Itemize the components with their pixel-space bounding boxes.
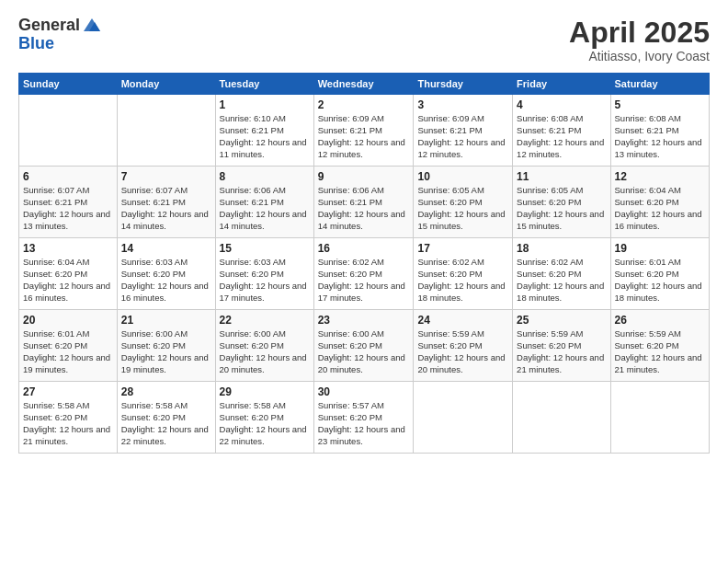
col-header-friday: Friday [513,74,610,95]
day-info: Sunrise: 6:04 AMSunset: 6:20 PMDaylight:… [615,185,705,232]
title-block: April 2025 Atitiasso, Ivory Coast [569,17,710,63]
day-number: 8 [220,170,310,183]
day-info: Sunrise: 6:09 AMSunset: 6:21 PMDaylight:… [417,113,508,160]
week-row-3: 20Sunrise: 6:01 AMSunset: 6:20 PMDayligh… [19,310,710,382]
day-cell [513,382,610,454]
week-row-1: 6Sunrise: 6:07 AMSunset: 6:21 PMDaylight… [19,167,710,238]
day-info: Sunrise: 6:02 AMSunset: 6:20 PMDaylight:… [318,257,410,304]
day-cell: 2Sunrise: 6:09 AMSunset: 6:21 PMDaylight… [313,95,414,167]
day-cell: 6Sunrise: 6:07 AMSunset: 6:21 PMDaylight… [19,167,118,238]
day-number: 12 [615,170,705,183]
day-cell: 15Sunrise: 6:03 AMSunset: 6:20 PMDayligh… [215,238,313,310]
day-number: 21 [121,314,211,327]
day-number: 24 [417,314,508,327]
day-cell: 24Sunrise: 5:59 AMSunset: 6:20 PMDayligh… [414,310,513,382]
day-cell: 11Sunrise: 6:05 AMSunset: 6:20 PMDayligh… [513,167,610,238]
day-number: 14 [121,242,211,255]
day-number: 19 [615,242,705,255]
subtitle: Atitiasso, Ivory Coast [569,49,710,63]
day-cell [414,382,513,454]
day-cell: 12Sunrise: 6:04 AMSunset: 6:20 PMDayligh… [610,167,709,238]
day-info: Sunrise: 6:00 AMSunset: 6:20 PMDaylight:… [318,328,410,375]
col-header-tuesday: Tuesday [215,74,313,95]
page: General Blue April 2025 Atitiasso, Ivory… [0,0,728,563]
day-cell: 1Sunrise: 6:10 AMSunset: 6:21 PMDaylight… [215,95,313,167]
day-cell: 16Sunrise: 6:02 AMSunset: 6:20 PMDayligh… [313,238,414,310]
day-cell: 27Sunrise: 5:58 AMSunset: 6:20 PMDayligh… [19,382,118,454]
day-number: 30 [318,385,410,398]
col-header-sunday: Sunday [19,74,118,95]
day-cell: 13Sunrise: 6:04 AMSunset: 6:20 PMDayligh… [19,238,118,310]
logo: General Blue [18,17,102,53]
col-header-monday: Monday [117,74,215,95]
day-info: Sunrise: 6:00 AMSunset: 6:20 PMDaylight:… [220,328,310,375]
day-info: Sunrise: 6:00 AMSunset: 6:20 PMDaylight:… [121,328,211,375]
calendar-table: SundayMondayTuesdayWednesdayThursdayFrid… [18,73,710,454]
day-info: Sunrise: 6:09 AMSunset: 6:21 PMDaylight:… [318,113,410,160]
day-info: Sunrise: 5:58 AMSunset: 6:20 PMDaylight:… [121,400,211,447]
day-cell [117,95,215,167]
day-number: 26 [615,314,705,327]
day-cell: 17Sunrise: 6:02 AMSunset: 6:20 PMDayligh… [414,238,513,310]
week-row-2: 13Sunrise: 6:04 AMSunset: 6:20 PMDayligh… [19,238,710,310]
logo-icon [82,15,102,35]
day-number: 15 [220,242,310,255]
day-info: Sunrise: 5:59 AMSunset: 6:20 PMDaylight:… [417,328,508,375]
col-header-saturday: Saturday [610,74,709,95]
day-number: 10 [417,170,508,183]
day-info: Sunrise: 5:58 AMSunset: 6:20 PMDaylight:… [23,400,113,447]
day-info: Sunrise: 5:59 AMSunset: 6:20 PMDaylight:… [615,328,705,375]
day-cell: 20Sunrise: 6:01 AMSunset: 6:20 PMDayligh… [19,310,118,382]
col-header-wednesday: Wednesday [313,74,414,95]
col-header-thursday: Thursday [414,74,513,95]
day-cell: 4Sunrise: 6:08 AMSunset: 6:21 PMDaylight… [513,95,610,167]
day-info: Sunrise: 6:03 AMSunset: 6:20 PMDaylight:… [121,257,211,304]
day-number: 17 [417,242,508,255]
day-number: 11 [517,170,606,183]
day-number: 28 [121,385,211,398]
day-cell: 14Sunrise: 6:03 AMSunset: 6:20 PMDayligh… [117,238,215,310]
logo-blue: Blue [18,34,54,52]
day-cell: 19Sunrise: 6:01 AMSunset: 6:20 PMDayligh… [610,238,709,310]
day-cell: 10Sunrise: 6:05 AMSunset: 6:20 PMDayligh… [414,167,513,238]
day-info: Sunrise: 6:05 AMSunset: 6:20 PMDaylight:… [517,185,606,232]
day-cell: 3Sunrise: 6:09 AMSunset: 6:21 PMDaylight… [414,95,513,167]
day-number: 22 [220,314,310,327]
day-info: Sunrise: 6:08 AMSunset: 6:21 PMDaylight:… [517,113,606,160]
day-info: Sunrise: 6:01 AMSunset: 6:20 PMDaylight:… [615,257,705,304]
header-row: SundayMondayTuesdayWednesdayThursdayFrid… [19,74,710,95]
day-cell: 5Sunrise: 6:08 AMSunset: 6:21 PMDaylight… [610,95,709,167]
day-cell: 8Sunrise: 6:06 AMSunset: 6:21 PMDaylight… [215,167,313,238]
day-info: Sunrise: 6:10 AMSunset: 6:21 PMDaylight:… [220,113,310,160]
day-info: Sunrise: 6:03 AMSunset: 6:20 PMDaylight:… [220,257,310,304]
week-row-0: 1Sunrise: 6:10 AMSunset: 6:21 PMDaylight… [19,95,710,167]
day-info: Sunrise: 6:08 AMSunset: 6:21 PMDaylight:… [615,113,705,160]
day-info: Sunrise: 6:06 AMSunset: 6:21 PMDaylight:… [220,185,310,232]
day-number: 16 [318,242,410,255]
day-info: Sunrise: 6:04 AMSunset: 6:20 PMDaylight:… [23,257,113,304]
day-number: 6 [23,170,113,183]
day-cell [610,382,709,454]
day-number: 29 [220,385,310,398]
day-number: 3 [417,98,508,111]
day-info: Sunrise: 6:06 AMSunset: 6:21 PMDaylight:… [318,185,410,232]
day-info: Sunrise: 5:58 AMSunset: 6:20 PMDaylight:… [220,400,310,447]
day-cell: 18Sunrise: 6:02 AMSunset: 6:20 PMDayligh… [513,238,610,310]
header: General Blue April 2025 Atitiasso, Ivory… [18,17,710,63]
day-info: Sunrise: 5:59 AMSunset: 6:20 PMDaylight:… [517,328,606,375]
day-number: 2 [318,98,410,111]
day-number: 1 [220,98,310,111]
day-number: 27 [23,385,113,398]
day-number: 13 [23,242,113,255]
day-cell: 26Sunrise: 5:59 AMSunset: 6:20 PMDayligh… [610,310,709,382]
day-cell: 29Sunrise: 5:58 AMSunset: 6:20 PMDayligh… [215,382,313,454]
day-info: Sunrise: 5:57 AMSunset: 6:20 PMDaylight:… [318,400,410,447]
week-row-4: 27Sunrise: 5:58 AMSunset: 6:20 PMDayligh… [19,382,710,454]
day-cell [19,95,118,167]
day-number: 25 [517,314,606,327]
day-number: 5 [615,98,705,111]
day-cell: 9Sunrise: 6:06 AMSunset: 6:21 PMDaylight… [313,167,414,238]
day-number: 7 [121,170,211,183]
day-info: Sunrise: 6:07 AMSunset: 6:21 PMDaylight:… [121,185,211,232]
day-info: Sunrise: 6:07 AMSunset: 6:21 PMDaylight:… [23,185,113,232]
